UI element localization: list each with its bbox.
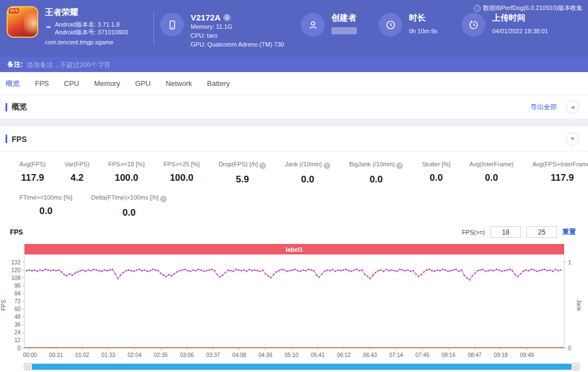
svg-text:02:35: 02:35 — [154, 352, 167, 358]
accent-bar — [6, 135, 7, 143]
stat-value: 5.9 — [218, 174, 266, 185]
tab-network[interactable]: Network — [166, 79, 192, 88]
svg-text:120: 120 — [11, 267, 21, 273]
svg-text:09:49: 09:49 — [520, 352, 534, 358]
tab-gpu[interactable]: GPU — [135, 79, 151, 88]
help-icon[interactable]: ? — [259, 162, 266, 169]
svg-text:132: 132 — [11, 259, 21, 266]
svg-text:05:41: 05:41 — [311, 352, 325, 358]
package-name: com.tencent.tmgp.sgame — [45, 39, 128, 45]
fps-chart[interactable]: label1012243648607284961081201320100:000… — [0, 241, 588, 360]
help-icon[interactable]: ? — [324, 162, 330, 169]
fps-chart-area: label1012243648607284961081201320100:000… — [0, 241, 588, 372]
svg-text:07:14: 07:14 — [389, 352, 403, 358]
device-info-icon[interactable]: i — [223, 14, 231, 21]
device-cpu: CPU: taro — [191, 31, 284, 40]
stat-avg-fps: Avg(FPS)117.9 — [10, 161, 55, 185]
app-block: 5V5 王者荣耀 Android版本名: 3.71.1.8 Android版本号… — [7, 6, 128, 45]
svg-text:24: 24 — [14, 329, 21, 335]
tab-fps[interactable]: FPS — [35, 79, 49, 88]
android-version-name: Android版本名: 3.71.1.8 — [55, 21, 128, 28]
upload-label: 上传时间 — [492, 13, 548, 23]
stat-label: FPS>=18 [%] — [109, 161, 145, 167]
stat-label: Delta(FTime)>100ms [/h]? — [91, 194, 167, 202]
svg-text:108: 108 — [11, 275, 21, 281]
info-icon: i — [474, 5, 480, 12]
svg-text:84: 84 — [14, 291, 21, 297]
help-icon[interactable]: ? — [396, 162, 403, 169]
person-icon — [301, 13, 325, 37]
threshold-25-input[interactable] — [526, 226, 557, 238]
svg-text:00:31: 00:31 — [49, 352, 63, 358]
duration-value: 0h 10m 9s — [409, 27, 437, 35]
android-icon — [45, 23, 52, 29]
svg-text:00:00: 00:00 — [23, 352, 37, 358]
stat-label: Jank (/10min)? — [285, 161, 330, 169]
accent-bar — [6, 103, 7, 111]
header: 5V5 王者荣耀 Android版本名: 3.71.1.8 Android版本号… — [0, 0, 588, 57]
svg-text:12: 12 — [14, 337, 21, 343]
collapse-down-button[interactable]: ▼ — [566, 133, 579, 146]
svg-text:60: 60 — [14, 306, 21, 312]
chart-controls: FPS FPS(>=) 重置 — [0, 226, 588, 241]
stat-drop-fps: Drop(FPS) [/h]?5.9 — [209, 161, 275, 185]
clock-icon — [379, 13, 402, 37]
scrollbar-left-handle[interactable] — [24, 363, 32, 370]
stat-jank: Jank (/10min)?0.0 — [275, 161, 340, 185]
chart-scrollbar[interactable] — [24, 364, 579, 370]
stat-value: 4.2 — [64, 172, 89, 184]
stat-label: Avg(InterFrame) — [469, 161, 514, 167]
stat-label: Var(FPS) — [64, 161, 89, 167]
tab-bar: 概览FPSCPUMemoryGPUNetworkBattery — [0, 72, 588, 95]
tab-memory[interactable]: Memory — [94, 79, 120, 88]
help-icon[interactable]: ? — [160, 196, 167, 202]
threshold-18-input[interactable] — [490, 226, 521, 238]
stat-fps-ge-18: FPS>=18 [%]100.0 — [99, 161, 154, 185]
svg-text:09:18: 09:18 — [494, 352, 508, 358]
stat-value: 117.9 — [19, 172, 45, 184]
device-block: V2172A i Memory: 11.1G CPU: taro GPU: Qu… — [160, 13, 284, 49]
svg-text:06:12: 06:12 — [337, 352, 351, 358]
scrollbar-right-handle[interactable] — [571, 363, 580, 370]
upload-value: 04/01/2022 18:38:01 — [492, 27, 548, 35]
reset-button[interactable]: 重置 — [563, 227, 576, 237]
phone-icon — [160, 13, 184, 37]
stat-value: 0.0 — [285, 174, 330, 185]
header-divider — [154, 11, 154, 45]
svg-text:1: 1 — [568, 259, 571, 266]
y2-axis-title: Jank — [576, 299, 582, 312]
duration-block: 时长 0h 10m 9s — [379, 13, 437, 37]
note-bar: 备注: — [0, 57, 588, 72]
svg-text:08:16: 08:16 — [442, 352, 456, 358]
tab-overview[interactable]: 概览 — [6, 79, 20, 89]
y-axis-title: FPS — [1, 299, 7, 310]
svg-text:01:33: 01:33 — [101, 352, 115, 358]
tab-battery[interactable]: Battery — [207, 79, 230, 88]
stat-value: 0.0 — [469, 172, 514, 184]
tab-cpu[interactable]: CPU — [64, 79, 79, 88]
stat-label: FTime>=100ms [%] — [19, 194, 73, 201]
overview-title: 概览 — [12, 102, 27, 112]
stat-value: 0.0 — [422, 172, 450, 184]
threshold-label: FPS(>=) — [462, 229, 485, 236]
chart-band-label: label1 — [285, 246, 303, 253]
svg-text:07:45: 07:45 — [415, 352, 429, 358]
stat-value: 100.0 — [109, 172, 145, 184]
collapse-left-button[interactable]: ◀ — [566, 100, 579, 114]
svg-text:02:04: 02:04 — [127, 352, 141, 358]
upload-block: 上传时间 04/01/2022 18:38:01 — [462, 13, 548, 37]
overview-section-header: 概览 导出全部 ◀ — [0, 95, 588, 119]
svg-text:72: 72 — [14, 298, 21, 304]
stat-value: 117.9 — [533, 172, 588, 184]
stat-avg-fps-interframe: Avg(FPS+InterFrame)117.9 — [523, 161, 588, 185]
device-gpu: GPU: Qualcomm Adreno (TM) 730 — [191, 40, 284, 49]
svg-text:03:37: 03:37 — [206, 352, 220, 358]
creator-name-redacted — [331, 27, 357, 34]
game-app-icon: 5V5 — [7, 6, 38, 38]
export-all-link[interactable]: 导出全部 — [530, 103, 557, 112]
device-memory: Memory: 11.1G — [191, 22, 284, 31]
svg-text:03:06: 03:06 — [180, 352, 194, 358]
note-input[interactable] — [27, 61, 259, 69]
svg-text:01:02: 01:02 — [75, 352, 89, 358]
stat-label: Drop(FPS) [/h]? — [218, 161, 266, 169]
